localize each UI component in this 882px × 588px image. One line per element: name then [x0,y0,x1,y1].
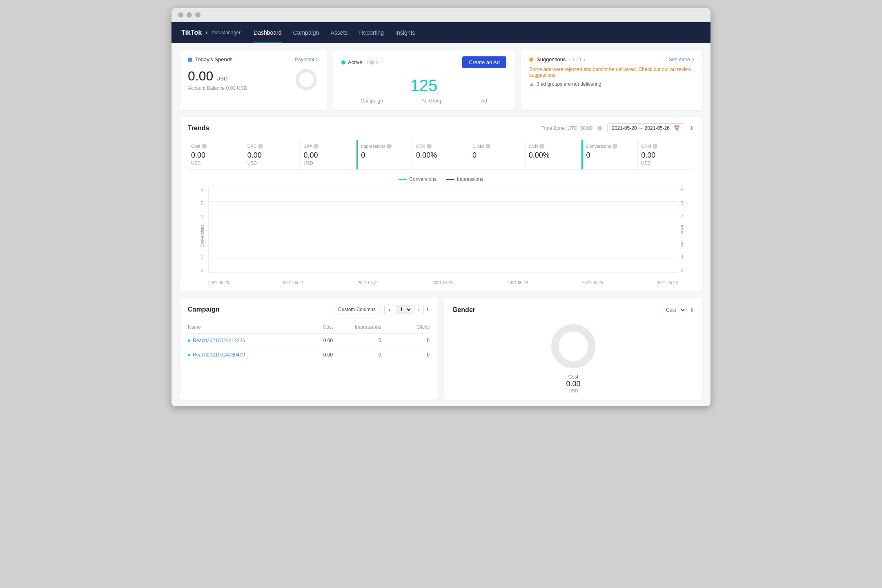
legend-teal-line [399,179,407,180]
cost-1: 0.00 [285,338,333,343]
create-ad-button[interactable]: Create an Ad [462,56,506,68]
pagination-controls: ‹ 1 › ⬇ [384,305,430,314]
clicks-1: 0 [381,338,430,343]
tiktok-logo-text: TikTok [181,29,202,36]
cvr-info-icon[interactable]: i [539,144,544,149]
chart-container: 6 5 4 3 2 1 0 Conversions [188,187,694,285]
gender-card-title: Gender [452,306,475,314]
cost-select[interactable]: Cost [661,305,686,315]
campaign-card: Campaign Custom Columns ‹ 1 › ⬇ [180,298,438,400]
calendar-icon: 📅 [674,125,680,131]
spends-currency: USD [216,76,227,82]
svg-point-1 [555,328,592,365]
gender-donut-chart [541,322,606,371]
metric-conversions: Conversions i 0 [581,140,638,169]
date-end: 2021-05-26 [645,125,670,131]
cpm-info-icon[interactable]: i [653,144,657,149]
active-card: Active Log > Create an Ad 125 Campaign A… [333,50,514,110]
cpa-info-icon[interactable]: i [314,144,318,149]
impressions-1: 0 [333,338,381,343]
top-cards-row: Today's Spends Payment > 0.00 USD Accoun… [180,50,702,110]
page-select[interactable]: 1 [396,305,412,314]
metric-cvr: CVR i 0.00% [526,140,582,169]
ads-manager-label: Ads Manager [212,30,241,36]
see-more-link[interactable]: See more > [669,57,694,62]
impressions-info-icon[interactable]: i [387,144,392,149]
cost-info-icon[interactable]: i [202,144,207,149]
nav-items: Dashboard Campaign Assets Reporting Insi… [254,23,701,42]
prev-page-button[interactable]: ‹ [384,305,394,314]
export-icon[interactable]: ⬇ [425,307,430,312]
table-row: Reach20210524214226 0.00 0 0 [188,334,430,348]
log-link[interactable]: Log > [366,60,379,65]
cost-value: 0.00 [191,151,241,160]
impressions-2: 0 [333,352,381,358]
status-dot-icon [188,354,190,356]
timezone-info-icon[interactable]: i [597,126,602,131]
y-label-left: Conversions [200,225,205,247]
bottom-row: Campaign Custom Columns ‹ 1 › ⬇ [180,298,702,400]
next-page-button[interactable]: › [414,305,424,314]
nav-item-campaign[interactable]: Campaign [293,23,319,42]
nav-item-dashboard[interactable]: Dashboard [254,23,282,42]
suggestions-dot-icon [529,58,533,62]
dot-minimize [187,12,192,18]
col-name: Name [188,324,285,330]
cost-2: 0.00 [285,352,333,358]
chart-area [208,187,678,273]
ctr-info-icon[interactable]: i [427,144,432,149]
spends-header: Today's Spends Payment > [188,56,318,62]
active-number: 125 [341,73,506,98]
dot-maximize [195,12,200,18]
gender-export-icon[interactable]: ⬇ [690,307,694,313]
cpc-info-icon[interactable]: i [258,144,263,149]
chart-legend: Conversions Impressions [188,176,694,182]
campaign-label: Campaign [361,98,383,104]
page-indicator: 1 / 1 [572,57,582,62]
nav-item-assets[interactable]: Assets [330,23,347,42]
svg-point-0 [297,71,315,89]
payment-link[interactable]: Payment > [295,57,318,62]
ctr-value: 0.00% [416,151,466,160]
download-icon[interactable]: ⬇ [689,125,694,131]
campaign-card-title: Campaign [188,306,219,313]
gender-controls: Cost ⬇ [661,305,694,315]
custom-columns-button[interactable]: Custom Columns [333,305,381,314]
campaign-name-2[interactable]: Reach20210524080409 [188,352,285,358]
donut-chart [294,67,318,92]
spends-title: Today's Spends [195,56,232,62]
conversions-value: 0 [586,151,634,160]
cpa-value: 0.00 [304,151,353,160]
cvr-value: 0.00% [529,151,578,160]
content: Today's Spends Payment > 0.00 USD Accoun… [172,43,710,406]
nav-item-reporting[interactable]: Reporting [359,23,384,42]
gender-cost-label: Cost 0.00 USD [452,374,694,393]
chevron-right-icon[interactable]: › [584,57,585,62]
cost-unit: USD [191,160,241,165]
date-start: 2021-05-20 [612,125,637,131]
chevron-left-icon[interactable]: ‹ [569,57,571,62]
clicks-2: 0 [381,352,430,358]
x-axis-labels: 2021-05-20 2021-05-21 2021-05-22 2021-05… [208,281,678,285]
trends-header: Trends Time Zone: UTC+08:00 i 2021-05-20… [188,123,694,133]
suggestions-pagination: ‹ 1 / 1 › [569,57,585,62]
cpc-value: 0.00 [247,151,297,160]
col-clicks: Clicks [381,324,430,330]
conversions-info-icon[interactable]: i [612,144,617,149]
metric-impressions: Impressions i 0 [356,140,413,169]
campaign-table: Name Cost Impressions Clicks Reach202105… [188,321,430,362]
metrics-row: Cost i 0.00 USD CPC i 0.00 USD C [188,140,694,170]
warning-triangle-icon: ▲ [529,81,534,87]
active-label: Active [348,59,362,65]
clicks-info-icon[interactable]: i [486,144,490,149]
metric-cpc: CPC i 0.00 USD [244,140,301,169]
metric-cost: Cost i 0.00 USD [188,140,244,169]
dot-close [178,12,183,18]
metric-cpa: CPA i 0.00 USD [301,140,357,169]
status-dot-icon [188,339,190,342]
campaign-name-1[interactable]: Reach20210524214226 [188,338,285,343]
y-label-right: Impressions [680,225,685,247]
date-range-picker[interactable]: 2021-05-20 ~ 2021-05-26 📅 [607,123,684,133]
nav-item-insights[interactable]: Insights [395,23,415,42]
legend-dark-line [446,179,454,180]
